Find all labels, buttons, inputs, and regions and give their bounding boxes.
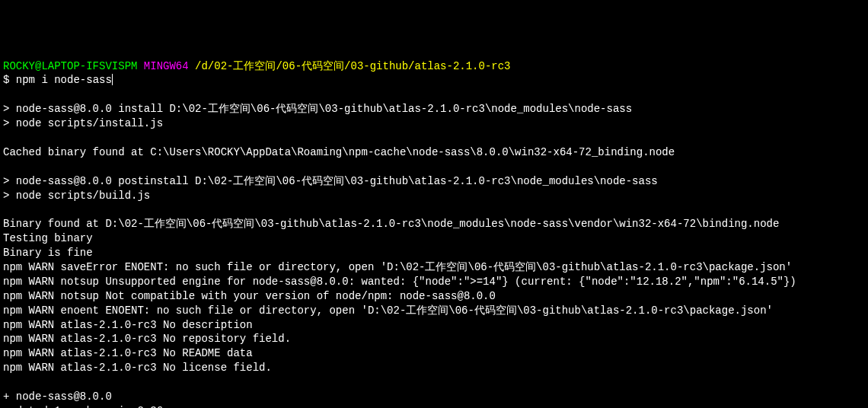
output-line: > node scripts/install.js bbox=[3, 117, 163, 129]
output-line: npm WARN saveError ENOENT: no such file … bbox=[3, 261, 792, 273]
prompt-user-host: ROCKY@LAPTOP-IFSVISPM bbox=[3, 60, 137, 72]
output-line: npm WARN atlas-2.1.0-rc3 No license fiel… bbox=[3, 362, 272, 374]
output-line: + node-sass@8.0.0 bbox=[3, 390, 112, 403]
command-text: npm i node-sass bbox=[16, 74, 112, 86]
output-line: > node-sass@8.0.0 install D:\02-工作空间\06-… bbox=[3, 103, 632, 115]
output-line: npm WARN enoent ENOENT: no such file or … bbox=[3, 304, 773, 317]
output-line: npm WARN notsup Not compatible with your… bbox=[3, 290, 496, 302]
prompt-path: /d/02-工作空间/06-代码空间/03-github/atlas-2.1.0… bbox=[195, 60, 510, 72]
command-line: $ npm i node-sass bbox=[3, 74, 113, 86]
output-line: Testing binary bbox=[3, 232, 93, 244]
output-line: npm WARN atlas-2.1.0-rc3 No description bbox=[3, 319, 253, 331]
output-line: Cached binary found at C:\Users\ROCKY\Ap… bbox=[3, 146, 675, 158]
output-line: npm WARN atlas-2.1.0-rc3 No README data bbox=[3, 347, 253, 359]
output-line: updated 1 package in 2.36s bbox=[3, 405, 169, 408]
prompt-line: ROCKY@LAPTOP-IFSVISPM MINGW64 /d/02-工作空间… bbox=[3, 60, 511, 72]
output-line: Binary found at D:\02-工作空间\06-代码空间\03-gi… bbox=[3, 218, 779, 230]
terminal[interactable]: ROCKY@LAPTOP-IFSVISPM MINGW64 /d/02-工作空间… bbox=[3, 59, 865, 408]
prompt-env: MINGW64 bbox=[144, 60, 189, 72]
output-line: npm WARN notsup Unsupported engine for n… bbox=[3, 276, 796, 288]
output-line: > node-sass@8.0.0 postinstall D:\02-工作空间… bbox=[3, 175, 658, 187]
output-line: npm WARN atlas-2.1.0-rc3 No repository f… bbox=[3, 333, 291, 345]
output-line: Binary is fine bbox=[3, 247, 93, 259]
cursor-icon bbox=[112, 74, 113, 85]
output-line: > node scripts/build.js bbox=[3, 190, 150, 202]
prompt-symbol: $ bbox=[3, 74, 9, 86]
